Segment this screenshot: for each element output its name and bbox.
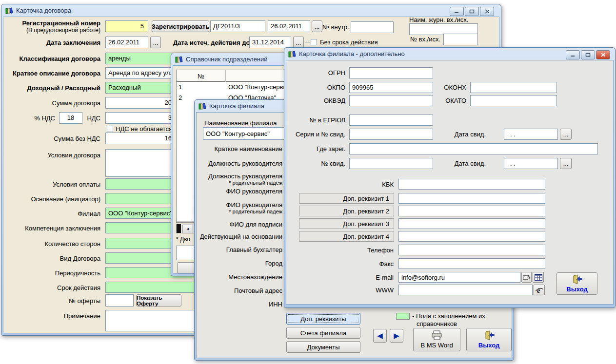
acting-on-basis-label: Действующий на основании — [195, 233, 282, 240]
column-header-no: № — [177, 73, 225, 80]
head-position-genitive-label: Должность руководителя — [195, 172, 282, 180]
double-click-note: * Дво — [176, 236, 190, 243]
egrul-field[interactable] — [349, 115, 433, 126]
minimize-button[interactable] — [450, 7, 464, 16]
kbk-field[interactable] — [398, 179, 545, 190]
extra-requisite-4-button[interactable]: Доп. реквизит 4 — [299, 231, 394, 242]
table-grid-icon — [535, 274, 542, 281]
vat-free-label: НДС не облагается — [116, 125, 172, 133]
no-expiry-checkbox[interactable] — [311, 39, 317, 45]
extra-requisite-2-field[interactable] — [398, 206, 545, 216]
vat-pct-label: % НДС — [1, 115, 55, 122]
vat-free-checkbox[interactable] — [107, 126, 113, 132]
show-offer-button[interactable]: Показать Оферту — [136, 294, 181, 307]
short-name-label: Краткое наименование — [195, 145, 282, 153]
register-button[interactable]: Зарегистрировать — [152, 20, 209, 32]
fax-label: Факс — [335, 260, 394, 268]
amount-no-vat-label: Сумма без НДС — [1, 135, 100, 142]
expiry-date-picker-button[interactable]: ... — [293, 37, 304, 48]
offer-field[interactable] — [105, 294, 134, 307]
contract-titlebar[interactable]: Карточка договора — [1, 4, 501, 17]
cert-date2-picker-button[interactable]: ... — [560, 158, 572, 169]
kbk-label: КБК — [335, 181, 394, 188]
reg-number-field[interactable]: 5 — [105, 20, 148, 32]
cert-date2-label: Дата свид. — [437, 160, 486, 167]
parties-label: Количество сторон — [1, 240, 100, 248]
vat-field[interactable]: 3 — [105, 112, 177, 124]
num-in-out-field[interactable] — [443, 34, 478, 45]
branch-accounts-button[interactable]: Счета филиала — [286, 327, 360, 339]
app-books-icon — [288, 50, 296, 58]
amount-no-vat-field[interactable]: 16 — [105, 133, 177, 144]
extra-requisite-3-button[interactable]: Доп. реквизит 3 — [299, 218, 394, 229]
email-send-icon — [523, 274, 530, 281]
fax-field[interactable] — [398, 258, 545, 269]
extra-titlebar[interactable]: Карточка филиала - дополнительно — [284, 48, 615, 60]
extra-requisites-button[interactable]: Доп. реквизиты — [286, 313, 360, 325]
email-label: E-mail — [335, 274, 394, 281]
close-button[interactable] — [480, 7, 494, 16]
conclusion-date-picker-button[interactable]: ... — [150, 37, 161, 48]
where-registered-field[interactable] — [349, 143, 598, 154]
phone-label: Телефон — [335, 247, 394, 254]
ogrn-label: ОГРН — [287, 69, 345, 77]
cert-date-picker-button[interactable]: ... — [560, 129, 572, 140]
close-button[interactable] — [596, 50, 610, 59]
location-label: Местонахождение — [195, 273, 282, 281]
cert-date2-field[interactable]: . . — [504, 158, 558, 169]
validity-label: Срок действия — [1, 284, 100, 291]
extra-requisite-3-field[interactable] — [398, 218, 545, 229]
send-email-button[interactable] — [521, 272, 532, 283]
app-books-icon — [199, 102, 206, 110]
next-record-button[interactable]: ▶ — [390, 329, 403, 343]
email-list-button[interactable] — [533, 272, 544, 283]
www-field[interactable] — [398, 285, 533, 295]
terms-label: Условия договора — [1, 152, 100, 159]
branch-exit-button[interactable]: Выход — [466, 328, 512, 351]
okato-field[interactable] — [470, 95, 557, 106]
cert-date-field[interactable]: . . — [504, 129, 558, 140]
phone-field[interactable] — [398, 245, 545, 255]
ms-word-label: В MS Word — [420, 342, 453, 349]
scroll-left-arrow[interactable]: ◂ — [182, 225, 193, 233]
contract-number-field[interactable]: ДГ2011/3 — [210, 20, 265, 32]
cert-no-field[interactable] — [349, 158, 433, 169]
egrul-label: № в ЕГРЮЛ — [287, 116, 345, 124]
extra-requisite-1-button[interactable]: Доп. реквизит 1 — [299, 193, 394, 204]
series-cert-field[interactable] — [349, 129, 433, 140]
postal-address-label: Почтовый адрес — [195, 287, 282, 294]
email-field[interactable]: info@softorg.ru — [398, 272, 520, 283]
num-inner-field[interactable] — [351, 21, 394, 33]
maximize-button[interactable] — [581, 50, 595, 59]
amount-field[interactable]: 20 — [105, 97, 177, 109]
short-desc-label: Краткое описание договора — [1, 70, 100, 77]
okonh-field[interactable] — [470, 82, 557, 93]
head-name-label: ФИО руководителя — [195, 188, 282, 195]
okpo-label: ОКПО — [287, 84, 345, 91]
ms-word-button[interactable]: В MS Word — [413, 328, 460, 351]
register-date-picker-button[interactable]: ... — [312, 20, 322, 32]
maximize-button[interactable] — [465, 7, 479, 16]
scrollbar-thumb[interactable] — [177, 224, 181, 233]
extra-requisite-4-field[interactable] — [398, 231, 545, 242]
extra-requisite-2-button[interactable]: Доп. реквизит 2 — [299, 206, 394, 216]
prev-record-button[interactable]: ◀ — [373, 329, 387, 343]
classification-label: Классификация договора — [1, 55, 100, 62]
extra-requisite-1-field[interactable] — [398, 193, 545, 204]
income-expense-label: Доходный / Расходный — [1, 84, 100, 92]
cell-no: 2 — [179, 94, 182, 101]
expiry-date-field[interactable]: 31.12.2014 — [249, 37, 291, 48]
ogrn-field[interactable] — [349, 67, 433, 78]
register-date-field[interactable]: 26.02.2011 — [268, 20, 310, 32]
vat-label: НДС — [70, 115, 100, 122]
minimize-button[interactable] — [566, 50, 580, 59]
legend-text-line1: - Поля с заполнением из — [412, 312, 485, 320]
directory-title: Справочник подразделений — [186, 56, 268, 63]
no-expiry-label: Без срока действия — [320, 38, 378, 46]
genitive-note: * родительный падеж — [195, 179, 282, 187]
conclusion-date-field[interactable]: 26.02.2011 — [105, 37, 148, 48]
extra-exit-button[interactable]: Выход — [556, 272, 597, 295]
open-browser-button[interactable]: e — [534, 285, 545, 295]
documents-button[interactable]: Документы — [286, 341, 360, 353]
series-cert-label: Серия и № свид. — [287, 131, 345, 138]
